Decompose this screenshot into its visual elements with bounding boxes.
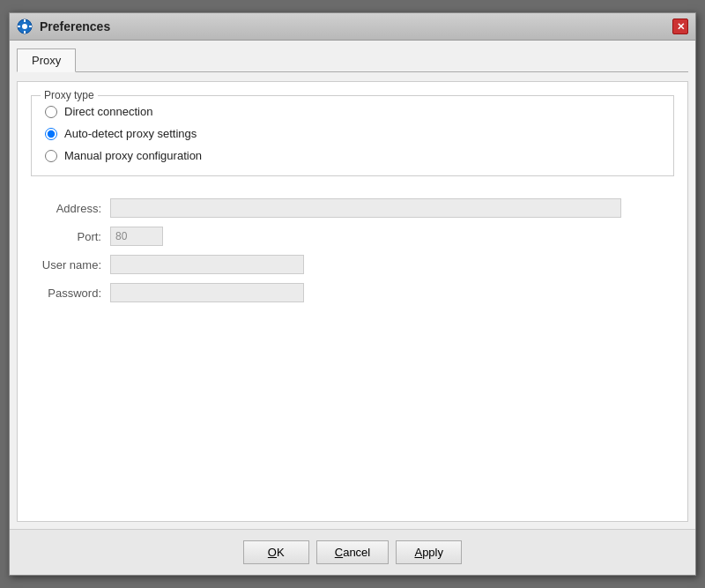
close-button[interactable]: ✕ [672, 19, 688, 34]
username-label: User name: [40, 258, 110, 272]
tab-proxy[interactable]: Proxy [17, 48, 76, 72]
address-row: Address: [40, 198, 665, 218]
port-label: Port: [40, 230, 110, 243]
radio-manual-input[interactable] [45, 150, 57, 162]
proxy-type-legend: Proxy type [41, 89, 98, 101]
cancel-button[interactable]: Cancel [316, 540, 389, 564]
apply-label: Apply [414, 546, 443, 559]
window-body: Proxy Proxy type Direct connection Auto-… [10, 41, 695, 529]
app-icon [17, 19, 33, 34]
svg-point-1 [22, 24, 27, 29]
svg-rect-2 [24, 19, 26, 22]
radio-direct-input[interactable] [45, 106, 57, 118]
radio-direct: Direct connection [45, 105, 660, 118]
window-title: Preferences [40, 19, 110, 33]
username-input[interactable] [110, 255, 304, 274]
svg-rect-5 [29, 26, 32, 27]
cancel-label: Cancel [335, 546, 370, 559]
proxy-type-group: Proxy type Direct connection Auto-detect… [31, 95, 674, 176]
port-input[interactable] [110, 227, 163, 246]
password-label: Password: [40, 287, 110, 300]
content-area: Proxy type Direct connection Auto-detect… [17, 81, 688, 522]
address-label: Address: [40, 202, 110, 215]
ok-label: OK [268, 546, 285, 559]
ok-button[interactable]: OK [243, 540, 309, 564]
svg-rect-3 [24, 31, 26, 33]
title-bar-left: Preferences [17, 19, 110, 34]
bottom-bar: OK Cancel Apply [10, 529, 695, 575]
password-input[interactable] [110, 283, 304, 302]
radio-manual-label[interactable]: Manual proxy configuration [64, 149, 202, 162]
port-row: Port: [40, 227, 665, 246]
radio-auto: Auto-detect proxy settings [45, 127, 660, 140]
radio-manual: Manual proxy configuration [45, 149, 660, 162]
username-row: User name: [40, 255, 665, 274]
title-bar: Preferences ✕ [10, 13, 695, 41]
tab-bar: Proxy [17, 48, 688, 72]
address-input[interactable] [110, 198, 621, 218]
radio-auto-label[interactable]: Auto-detect proxy settings [64, 127, 197, 140]
radio-auto-input[interactable] [45, 128, 57, 140]
fields-section: Address: Port: User name: Password: [31, 194, 674, 316]
apply-button[interactable]: Apply [396, 540, 462, 564]
password-row: Password: [40, 283, 665, 302]
radio-direct-label[interactable]: Direct connection [64, 105, 152, 118]
svg-rect-4 [18, 26, 20, 27]
preferences-window: Preferences ✕ Proxy Proxy type Direct co… [9, 12, 696, 576]
